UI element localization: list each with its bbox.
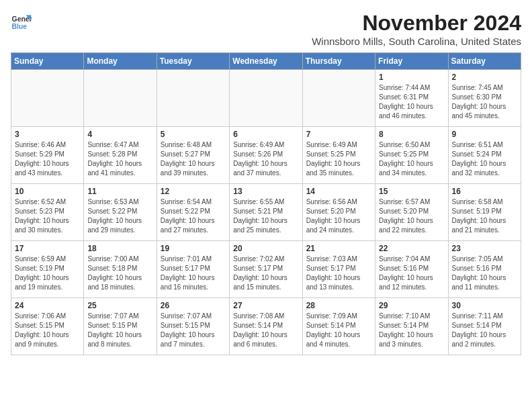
day-detail: Sunrise: 7:04 AM Sunset: 5:16 PM Dayligh… (379, 255, 444, 292)
day-detail: Sunrise: 6:47 AM Sunset: 5:28 PM Dayligh… (87, 140, 152, 178)
day-number: 13 (233, 187, 298, 196)
day-detail: Sunrise: 6:52 AM Sunset: 5:23 PM Dayligh… (15, 197, 80, 235)
day-number: 22 (379, 244, 444, 253)
day-number: 19 (161, 244, 226, 253)
calendar-cell: 15Sunrise: 6:57 AM Sunset: 5:20 PM Dayli… (375, 184, 448, 241)
day-detail: Sunrise: 7:00 AM Sunset: 5:18 PM Dayligh… (87, 255, 152, 292)
day-detail: Sunrise: 6:58 AM Sunset: 5:19 PM Dayligh… (452, 197, 517, 235)
day-number: 17 (15, 244, 80, 253)
day-detail: Sunrise: 6:49 AM Sunset: 5:25 PM Dayligh… (306, 140, 371, 178)
day-number: 4 (87, 130, 152, 139)
weekday-header-thursday: Thursday (302, 53, 375, 70)
calendar-cell (11, 70, 84, 127)
day-number: 6 (233, 130, 298, 139)
calendar-cell: 6Sunrise: 6:49 AM Sunset: 5:26 PM Daylig… (230, 127, 302, 184)
calendar-cell: 8Sunrise: 6:50 AM Sunset: 5:25 PM Daylig… (375, 127, 448, 184)
weekday-header-friday: Friday (375, 53, 448, 70)
day-number: 30 (452, 301, 517, 310)
day-number: 8 (379, 130, 444, 139)
day-number: 27 (233, 301, 298, 310)
day-detail: Sunrise: 6:46 AM Sunset: 5:29 PM Dayligh… (15, 140, 80, 178)
calendar-cell: 12Sunrise: 6:54 AM Sunset: 5:22 PM Dayli… (157, 184, 229, 241)
main-title: November 2024 (312, 11, 521, 36)
weekday-header-wednesday: Wednesday (230, 53, 302, 70)
weekday-header-tuesday: Tuesday (157, 53, 229, 70)
day-detail: Sunrise: 7:09 AM Sunset: 5:14 PM Dayligh… (306, 312, 371, 349)
day-detail: Sunrise: 7:05 AM Sunset: 5:16 PM Dayligh… (452, 255, 517, 292)
calendar-cell: 2Sunrise: 7:45 AM Sunset: 6:30 PM Daylig… (448, 70, 521, 127)
calendar-cell: 10Sunrise: 6:52 AM Sunset: 5:23 PM Dayli… (11, 184, 84, 241)
week-row-4: 17Sunrise: 6:59 AM Sunset: 5:19 PM Dayli… (11, 241, 521, 298)
day-number: 18 (87, 244, 152, 253)
calendar-cell: 5Sunrise: 6:48 AM Sunset: 5:27 PM Daylig… (157, 127, 229, 184)
day-detail: Sunrise: 7:01 AM Sunset: 5:17 PM Dayligh… (161, 255, 226, 292)
calendar-cell: 16Sunrise: 6:58 AM Sunset: 5:19 PM Dayli… (448, 184, 521, 241)
calendar-cell (157, 70, 229, 127)
day-number: 2 (452, 73, 517, 82)
week-row-3: 10Sunrise: 6:52 AM Sunset: 5:23 PM Dayli… (11, 184, 521, 241)
day-number: 26 (161, 301, 226, 310)
calendar-cell: 19Sunrise: 7:01 AM Sunset: 5:17 PM Dayli… (157, 241, 229, 298)
day-detail: Sunrise: 6:53 AM Sunset: 5:22 PM Dayligh… (87, 197, 152, 235)
calendar-cell: 25Sunrise: 7:07 AM Sunset: 5:15 PM Dayli… (84, 298, 157, 355)
day-detail: Sunrise: 6:51 AM Sunset: 5:24 PM Dayligh… (452, 140, 517, 178)
weekday-header-row: SundayMondayTuesdayWednesdayThursdayFrid… (11, 53, 521, 70)
calendar-cell: 26Sunrise: 7:07 AM Sunset: 5:15 PM Dayli… (157, 298, 229, 355)
day-detail: Sunrise: 6:55 AM Sunset: 5:21 PM Dayligh… (233, 197, 298, 235)
calendar-cell: 3Sunrise: 6:46 AM Sunset: 5:29 PM Daylig… (11, 127, 84, 184)
day-number: 24 (15, 301, 80, 310)
calendar-table: SundayMondayTuesdayWednesdayThursdayFrid… (11, 52, 521, 355)
week-row-2: 3Sunrise: 6:46 AM Sunset: 5:29 PM Daylig… (11, 127, 521, 184)
day-number: 1 (379, 73, 444, 82)
calendar-cell (302, 70, 375, 127)
day-detail: Sunrise: 6:49 AM Sunset: 5:26 PM Dayligh… (233, 140, 298, 178)
day-detail: Sunrise: 6:56 AM Sunset: 5:20 PM Dayligh… (306, 197, 371, 235)
calendar-cell (84, 70, 157, 127)
calendar-cell: 9Sunrise: 6:51 AM Sunset: 5:24 PM Daylig… (448, 127, 521, 184)
day-number: 9 (452, 130, 517, 139)
week-row-5: 24Sunrise: 7:06 AM Sunset: 5:15 PM Dayli… (11, 298, 521, 355)
day-number: 16 (452, 187, 517, 196)
day-number: 23 (452, 244, 517, 253)
day-detail: Sunrise: 7:06 AM Sunset: 5:15 PM Dayligh… (15, 312, 80, 349)
calendar-cell: 17Sunrise: 6:59 AM Sunset: 5:19 PM Dayli… (11, 241, 84, 298)
calendar-cell: 7Sunrise: 6:49 AM Sunset: 5:25 PM Daylig… (302, 127, 375, 184)
day-number: 3 (15, 130, 80, 139)
calendar-cell: 14Sunrise: 6:56 AM Sunset: 5:20 PM Dayli… (302, 184, 375, 241)
day-detail: Sunrise: 6:54 AM Sunset: 5:22 PM Dayligh… (161, 197, 226, 235)
day-detail: Sunrise: 7:44 AM Sunset: 6:31 PM Dayligh… (379, 83, 444, 121)
week-row-1: 1Sunrise: 7:44 AM Sunset: 6:31 PM Daylig… (11, 70, 521, 127)
calendar-cell: 21Sunrise: 7:03 AM Sunset: 5:17 PM Dayli… (302, 241, 375, 298)
day-detail: Sunrise: 7:07 AM Sunset: 5:15 PM Dayligh… (161, 312, 226, 349)
calendar-cell: 29Sunrise: 7:10 AM Sunset: 5:14 PM Dayli… (375, 298, 448, 355)
day-number: 28 (306, 301, 371, 310)
day-detail: Sunrise: 6:48 AM Sunset: 5:27 PM Dayligh… (161, 140, 226, 178)
day-detail: Sunrise: 7:02 AM Sunset: 5:17 PM Dayligh… (233, 255, 298, 292)
calendar-cell: 1Sunrise: 7:44 AM Sunset: 6:31 PM Daylig… (375, 70, 448, 127)
day-detail: Sunrise: 7:08 AM Sunset: 5:14 PM Dayligh… (233, 312, 298, 349)
calendar-cell: 18Sunrise: 7:00 AM Sunset: 5:18 PM Dayli… (84, 241, 157, 298)
day-number: 20 (233, 244, 298, 253)
day-detail: Sunrise: 7:03 AM Sunset: 5:17 PM Dayligh… (306, 255, 371, 292)
day-detail: Sunrise: 6:57 AM Sunset: 5:20 PM Dayligh… (379, 197, 444, 235)
calendar-cell (230, 70, 302, 127)
day-number: 15 (379, 187, 444, 196)
weekday-header-saturday: Saturday (448, 53, 521, 70)
header: General Blue November 2024 Winnsboro Mil… (11, 11, 521, 47)
day-detail: Sunrise: 6:50 AM Sunset: 5:25 PM Dayligh… (379, 140, 444, 178)
calendar-cell: 24Sunrise: 7:06 AM Sunset: 5:15 PM Dayli… (11, 298, 84, 355)
day-number: 29 (379, 301, 444, 310)
calendar-cell: 22Sunrise: 7:04 AM Sunset: 5:16 PM Dayli… (375, 241, 448, 298)
title-block: November 2024 Winnsboro Mills, South Car… (312, 11, 521, 47)
calendar-cell: 27Sunrise: 7:08 AM Sunset: 5:14 PM Dayli… (230, 298, 302, 355)
subtitle: Winnsboro Mills, South Carolina, United … (312, 36, 521, 47)
day-number: 12 (161, 187, 226, 196)
weekday-header-monday: Monday (84, 53, 157, 70)
day-number: 7 (306, 130, 371, 139)
calendar-cell: 4Sunrise: 6:47 AM Sunset: 5:28 PM Daylig… (84, 127, 157, 184)
logo: General Blue (11, 11, 32, 32)
day-detail: Sunrise: 7:11 AM Sunset: 5:14 PM Dayligh… (452, 312, 517, 349)
logo-icon: General Blue (11, 11, 32, 32)
calendar-cell: 28Sunrise: 7:09 AM Sunset: 5:14 PM Dayli… (302, 298, 375, 355)
day-number: 25 (87, 301, 152, 310)
